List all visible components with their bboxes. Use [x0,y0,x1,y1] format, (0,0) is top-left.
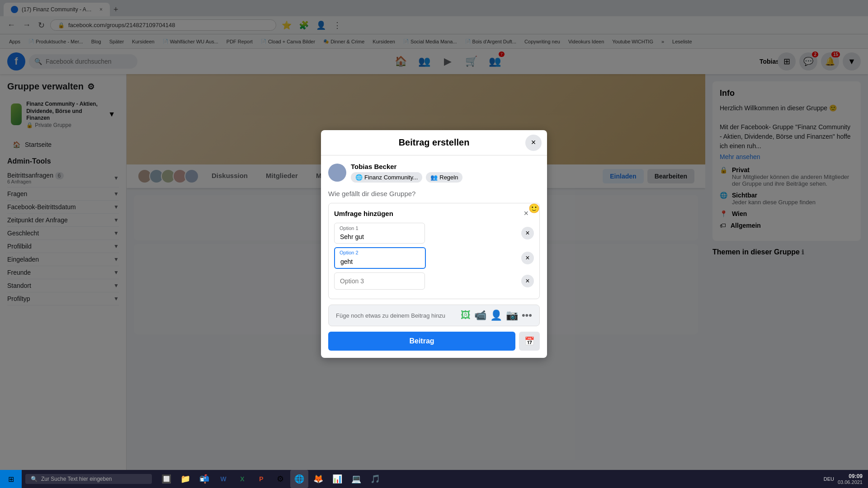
post-text-area-wrapper: Wie gefällt dir diese Gruppe? 🙂 [328,188,540,199]
taskbar-app-excel[interactable]: X [233,470,251,488]
post-modal: Beitrag erstellen × Tobias Becker 🌐 Fina… [321,130,547,358]
taskbar-start-button[interactable]: ⊞ [0,470,22,488]
taskbar-app-mail[interactable]: 📬 [195,470,213,488]
submit-row: Beitrag 📅 [328,332,540,351]
modal-body: Tobias Becker 🌐 Finanz Community... 👥 Re… [321,155,547,358]
modal-overlay[interactable]: Beitrag erstellen × Tobias Becker 🌐 Fina… [0,0,868,488]
more-toolbar-icon[interactable]: ••• [522,310,532,321]
tag-toolbar-icon[interactable]: 👤 [490,310,502,321]
toolbar-icons: 🖼 📹 👤 📷 ••• [461,310,532,321]
post-placeholder-text: Wie gefällt dir diese Gruppe? [328,188,540,199]
video-toolbar-icon[interactable]: 📹 [474,310,486,321]
taskbar-search-bar[interactable]: 🔍 Zur Suche Text hier eingeben [25,474,152,484]
submit-button[interactable]: Beitrag [328,332,515,351]
rules-tag-icon: 👥 [430,174,438,181]
post-toolbar: Füge noch etwas zu deinem Beitrag hinzu … [328,305,540,326]
taskbar-apps: 🔲 📁 📬 W X P ⚙ 🌐 🦊 📊 💻 🎵 [156,470,386,488]
taskbar-time: 09:09 03.06.2021 [838,473,863,485]
poll-option-3-wrapper [334,272,518,290]
poll-option-2: Option 2 × [334,247,534,269]
modal-user-avatar [328,164,346,182]
modal-user-tags: 🌐 Finanz Community... 👥 Regeln [351,172,462,183]
taskbar-app-spotify[interactable]: 🎵 [366,470,384,488]
modal-header: Beitrag erstellen × [321,130,547,155]
taskbar-app-chrome[interactable]: 🌐 [290,470,308,488]
community-tag-icon: 🌐 [355,174,363,181]
modal-close-button[interactable]: × [525,135,542,151]
community-tag-button[interactable]: 🌐 Finanz Community... [351,172,422,183]
taskbar-app-word[interactable]: W [214,470,232,488]
camera-toolbar-icon[interactable]: 📷 [506,310,518,321]
taskbar-right: DEU 09:09 03.06.2021 [818,473,868,485]
taskbar-app-terminal[interactable]: 💻 [347,470,365,488]
taskbar-app-analytics[interactable]: 📊 [328,470,346,488]
poll-option-2-wrapper: Option 2 [334,247,518,269]
taskbar-app-edge[interactable]: 🦊 [309,470,327,488]
poll-option-1: Option 1 × [334,223,534,244]
modal-title: Beitrag erstellen [399,137,470,147]
photo-toolbar-icon[interactable]: 🖼 [461,310,471,321]
modal-user-name: Tobias Becker [351,163,462,170]
poll-section: Umfrage hinzügen × Option 1 × Option 2 [328,203,540,299]
taskbar-language: DEU [824,476,834,482]
option2-remove-button[interactable]: × [521,252,534,264]
calendar-button[interactable]: 📅 [519,332,540,351]
taskbar-app-powerpoint[interactable]: P [252,470,270,488]
option1-label: Option 1 [340,225,359,231]
toolbar-text: Füge noch etwas zu deinem Beitrag hinzu [336,312,445,319]
taskbar-app-files[interactable]: 📁 [176,470,194,488]
poll-close-button[interactable]: × [524,209,528,218]
rules-tag-button[interactable]: 👥 Regeln [426,172,462,183]
modal-user-info: Tobias Becker 🌐 Finanz Community... 👥 Re… [328,163,540,183]
poll-option-1-wrapper: Option 1 [334,223,518,244]
option1-remove-button[interactable]: × [521,227,534,239]
option2-label: Option 2 [340,250,359,255]
emoji-button[interactable]: 🙂 [528,203,540,214]
option3-input[interactable] [334,272,425,290]
taskbar-app-cortana[interactable]: 🔲 [157,470,175,488]
taskbar-app-settings[interactable]: ⚙ [271,470,289,488]
poll-option-3: × [334,272,534,290]
taskbar-search-text: Zur Suche Text hier eingeben [41,476,112,482]
poll-header: Umfrage hinzügen × [334,209,528,218]
poll-title: Umfrage hinzügen [334,210,393,217]
taskbar-search-icon: 🔍 [31,476,38,482]
taskbar: ⊞ 🔍 Zur Suche Text hier eingeben 🔲 📁 📬 W… [0,470,868,488]
option3-remove-button[interactable]: × [521,275,534,287]
